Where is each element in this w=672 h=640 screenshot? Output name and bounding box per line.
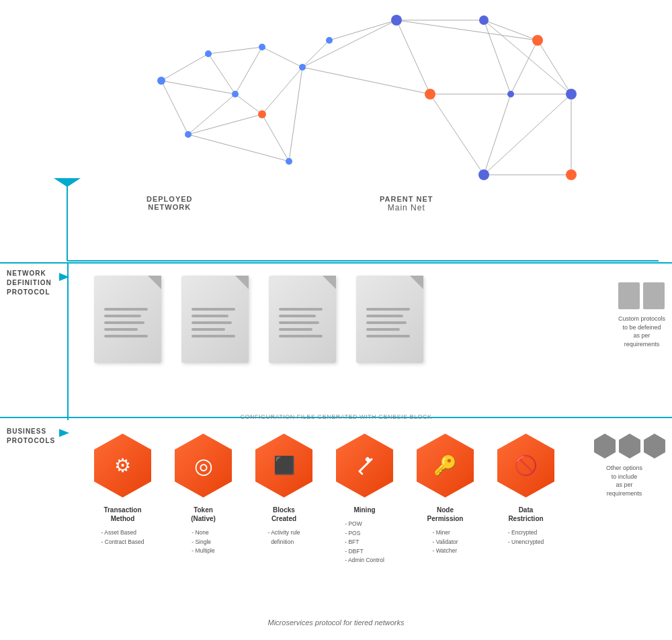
svg-marker-53: [59, 273, 69, 281]
svg-marker-52: [54, 178, 81, 187]
restriction-icon: 🚫: [514, 454, 538, 477]
svg-line-0: [161, 54, 208, 81]
svg-line-5: [235, 47, 262, 94]
config-files-row: [74, 266, 598, 373]
svg-line-2: [161, 81, 188, 134]
hex-details-blocks: - Activity rule definition: [267, 528, 300, 547]
svg-point-42: [391, 15, 402, 26]
hex-title-blocks: BlocksCreated: [271, 506, 296, 523]
custom-protocols-icons: [618, 282, 665, 309]
svg-point-37: [258, 110, 266, 118]
hex-item-token: ◎ Token(Native) - None- Single- Multiple: [168, 434, 239, 556]
svg-point-45: [425, 89, 435, 99]
config-file-3: [269, 276, 336, 363]
token-icon: ◎: [194, 453, 213, 479]
svg-point-43: [479, 15, 489, 25]
hex-details-mining: - POW- POS- BFT- DBFT- Admin Control: [345, 520, 384, 565]
hexagon-transaction: ⚙: [94, 434, 151, 497]
hex-details-transaction: - Asset Based- Contract Based: [101, 528, 144, 547]
svg-point-40: [299, 64, 306, 71]
other-option-icon-1: [594, 434, 616, 458]
svg-line-12: [188, 134, 289, 161]
custom-protocols-text: Custom protocols to be defeined as per r…: [618, 315, 665, 348]
svg-line-17: [302, 67, 430, 94]
microservices-label: Microservices protocol for tiered networ…: [268, 618, 405, 627]
svg-line-11: [188, 114, 262, 134]
hex-title-mining: Mining: [353, 506, 375, 514]
config-section: CONFIGURATION FILES GENERATED WITH GENES…: [74, 266, 598, 417]
svg-point-38: [185, 131, 192, 138]
hex-title-transaction: TransactionMethod: [103, 506, 141, 523]
svg-line-6: [235, 94, 262, 114]
hexagon-node-permission: 🔑: [417, 434, 474, 497]
svg-rect-57: [364, 456, 371, 463]
gear-icon: ⚙: [114, 454, 131, 477]
svg-line-21: [484, 20, 538, 40]
svg-line-14: [302, 40, 329, 67]
other-option-icon-2: [619, 434, 640, 458]
svg-point-46: [507, 91, 514, 97]
hex-item-node-permission: 🔑 NodePermission - Miner- Validator- Wat…: [410, 434, 480, 556]
hex-title-token: Token(Native): [191, 506, 216, 523]
svg-line-10: [262, 114, 289, 161]
svg-point-36: [259, 44, 265, 50]
hex-item-mining: Mining - POW- POS- BFT- DBFT- Admin Cont…: [329, 434, 400, 565]
protocol-divider-line-1: [0, 262, 672, 264]
hex-title-data-restriction: DataRestriction: [508, 506, 543, 523]
svg-point-41: [326, 37, 333, 44]
other-option-icon-3: [644, 434, 665, 458]
other-options-text: Other options to include as per requirem…: [594, 464, 655, 497]
vertical-connector-line: [67, 262, 69, 420]
mining-icon: [353, 454, 377, 478]
svg-point-39: [286, 158, 292, 165]
hexagon-data-restriction: 🚫: [497, 434, 554, 497]
config-files-label: CONFIGURATION FILES GENERATED WITH GENES…: [74, 413, 598, 420]
other-options-icons: [594, 434, 665, 458]
svg-point-44: [532, 35, 543, 46]
svg-line-8: [262, 47, 302, 67]
hexagon-token: ◎: [175, 434, 232, 497]
arrow-icon-2: [59, 429, 73, 437]
svg-line-20: [396, 20, 538, 40]
blocks-icon: ⬛: [274, 455, 295, 476]
config-file-2: [181, 276, 249, 363]
key-icon: 🔑: [433, 454, 457, 477]
parent-network-label: PARENT NET Main Net: [380, 195, 433, 212]
hex-item-data-restriction: 🚫 DataRestriction - Encrypted- Unencrypt…: [491, 434, 561, 547]
svg-point-35: [232, 91, 239, 97]
svg-line-4: [208, 47, 262, 54]
network-diagram: [0, 0, 672, 262]
business-protocols-label: BUSINESS PROTOCOLS: [7, 427, 55, 446]
svg-line-3: [208, 54, 235, 94]
svg-line-13: [289, 67, 302, 161]
hexagon-blocks: ⬛: [255, 434, 312, 497]
hexagon-mining: [336, 434, 393, 497]
arrow-icon-1: [59, 273, 73, 281]
hex-details-node-permission: - Miner- Validator- Watcher: [432, 528, 458, 556]
svg-line-27: [430, 94, 484, 175]
svg-line-25: [511, 40, 538, 94]
svg-line-24: [538, 40, 571, 94]
custom-proto-icon-1: [618, 282, 640, 309]
hex-item-blocks: ⬛ BlocksCreated - Activity rule definiti…: [249, 434, 319, 547]
svg-line-56: [360, 471, 362, 474]
svg-point-34: [205, 50, 212, 57]
deployed-network-label: DEPLOYED NETWORK: [146, 195, 193, 211]
config-file-1: [94, 276, 161, 363]
svg-line-19: [396, 20, 430, 94]
business-section: ⚙ TransactionMethod - Asset Based- Contr…: [74, 420, 659, 615]
network-definition-label: NETWORK DEFINITION PROTOCOL: [7, 269, 52, 297]
svg-point-48: [478, 169, 489, 180]
hex-title-node-permission: NodePermission: [427, 506, 464, 523]
svg-line-1: [161, 81, 235, 94]
config-file-4: [356, 276, 423, 363]
svg-marker-54: [59, 429, 69, 437]
custom-proto-icon-2: [643, 282, 665, 309]
other-options-area: Other options to include as per requirem…: [594, 434, 665, 497]
svg-point-33: [157, 77, 165, 85]
custom-protocols-area: Custom protocols to be defeined as per r…: [618, 282, 665, 348]
hex-details-data-restriction: - Encrypted- Unencrypted: [508, 528, 544, 547]
hex-details-token: - None- Single- Multiple: [192, 528, 214, 556]
hexagons-row: ⚙ TransactionMethod - Asset Based- Contr…: [74, 420, 659, 565]
svg-line-16: [302, 20, 396, 67]
